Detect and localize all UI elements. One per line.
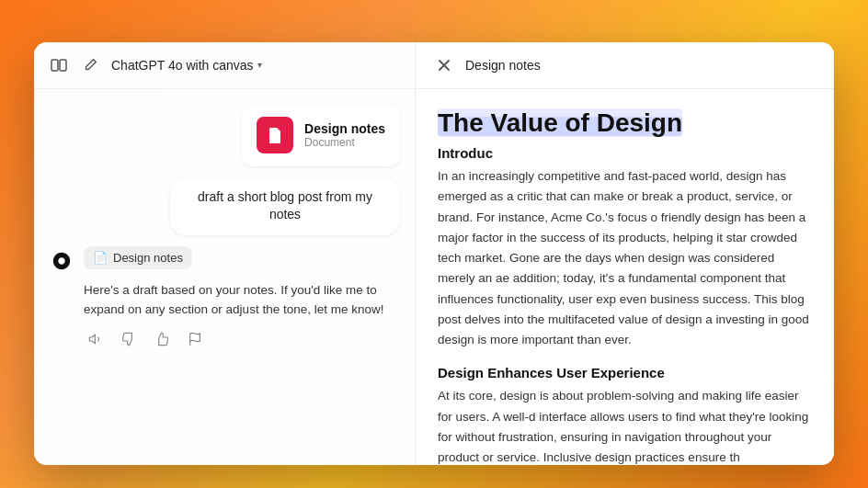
document-card[interactable]: Design notes Document — [242, 104, 400, 166]
blog-body-paragraph2: At its core, design is about problem-sol… — [438, 386, 812, 464]
intro-heading: Introduc — [438, 145, 812, 161]
section-heading: Design Enhances User Experience — [438, 365, 812, 380]
document-subtitle: Document — [304, 136, 385, 149]
document-title: Design notes — [304, 121, 385, 136]
action-bar — [49, 327, 400, 351]
right-panel-content: The Value of Design Introduc In an incre… — [416, 89, 834, 465]
model-name: ChatGPT 4o with canvas — [111, 58, 254, 73]
right-panel-header: Design notes — [416, 42, 834, 89]
assistant-header: 📄 Design notes — [49, 246, 400, 274]
thumbs-up-icon[interactable] — [150, 327, 174, 351]
user-message: draft a short blog post from my notes — [170, 177, 400, 235]
model-selector[interactable]: ChatGPT 4o with canvas ▾ — [111, 58, 262, 73]
thumbs-down-icon[interactable] — [117, 327, 141, 351]
app-window: ChatGPT 4o with canvas ▾ Design notes Do… — [34, 42, 834, 465]
speaker-icon[interactable] — [84, 327, 108, 351]
svg-marker-2 — [89, 335, 95, 343]
document-icon — [257, 117, 293, 153]
new-chat-icon[interactable] — [80, 55, 100, 75]
assistant-response-text: Here's a draft based on your notes. If y… — [49, 281, 400, 320]
doc-ref-label: Design notes — [113, 251, 183, 265]
right-panel: Design notes The Value of Design Introdu… — [416, 42, 834, 465]
svg-rect-1 — [60, 60, 66, 71]
close-button[interactable] — [434, 55, 454, 75]
assistant-avatar-icon — [49, 248, 74, 274]
document-info: Design notes Document — [304, 121, 385, 149]
blog-body-paragraph1: In an increasingly competitive and fast-… — [438, 166, 812, 350]
svg-rect-0 — [51, 60, 58, 71]
blog-title: The Value of Design — [438, 108, 682, 137]
right-panel-title: Design notes — [465, 58, 541, 73]
flag-icon[interactable] — [183, 327, 207, 351]
assistant-section: 📄 Design notes Here's a draft based on y… — [49, 246, 400, 351]
doc-ref-icon: 📄 — [93, 251, 108, 265]
left-panel: ChatGPT 4o with canvas ▾ Design notes Do… — [34, 42, 416, 465]
chat-content: Design notes Document draft a short blog… — [34, 89, 415, 465]
sidebar-toggle-icon[interactable] — [49, 55, 69, 75]
chevron-down-icon: ▾ — [257, 60, 262, 70]
top-bar: ChatGPT 4o with canvas ▾ — [34, 42, 415, 89]
document-reference[interactable]: 📄 Design notes — [84, 246, 192, 269]
